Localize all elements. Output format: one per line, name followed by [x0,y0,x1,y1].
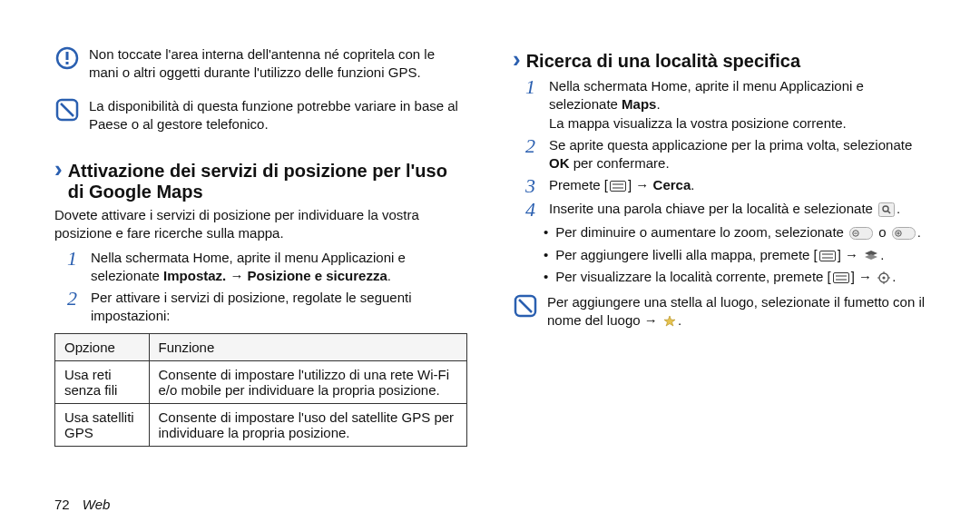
caution-text: Non toccate l'area interna dell'antenna … [89,45,467,83]
svg-rect-2 [66,62,69,64]
star-icon [663,315,676,328]
step-1: 1 Nella schermata Home, aprite il menu A… [67,249,467,286]
step-1-text: Nella schermata Home, aprite il menu App… [549,77,926,133]
search-button-icon [878,202,895,217]
table-header-option: Opzione [55,333,150,360]
step-3-text: Premete [] → Cerca. [549,176,694,194]
bullet-layers: • Per aggiungere livelli alla mappa, pre… [544,246,926,264]
page-footer: 72 Web [54,497,110,512]
svg-rect-8 [879,203,895,217]
left-column: Non toccate l'area interna dell'antenna … [54,45,467,447]
note-text: La disponibilità di questa funzione potr… [89,97,467,134]
caution-note: Non toccate l'area interna dell'antenna … [54,45,467,88]
table-cell: Usa satelliti GPS [55,403,150,446]
step-2-text: Se aprite questa applicazione per la pri… [549,136,926,173]
step-number: 1 [67,249,83,269]
bullet-zoom: • Per diminuire o aumentare lo zoom, sel… [544,223,926,241]
svg-rect-5 [611,182,626,192]
step-2-text: Per attivare i servizi di posizione, reg… [91,289,467,326]
bullet-current-location-text: Per visualizzare la località corrente, p… [555,268,896,286]
zoom-in-icon [892,227,916,240]
step-1: 1 Nella schermata Home, aprite il menu A… [525,77,926,133]
table-cell: Usa reti senza fili [55,360,150,403]
heading-activate-location: › Attivazione dei servizi di posizione p… [54,155,467,202]
svg-line-33 [519,300,532,312]
step-2: 2 Se aprite questa applicazione per la p… [525,136,926,173]
my-location-icon [877,271,890,284]
bullet-icon: • [544,268,548,286]
svg-rect-23 [833,272,848,282]
page-number: 72 [54,497,70,512]
table-cell: Consente di impostare l'uso del satellit… [149,403,466,446]
note-icon [54,97,80,123]
heading-text: Ricerca di una località specifica [526,51,800,72]
step-4-text: Inserite una parola chiave per la locali… [549,200,900,218]
bullet-icon: • [544,246,548,264]
step-number: 2 [67,289,83,309]
section-name: Web [83,497,111,512]
svg-rect-1 [66,52,69,60]
bullet-zoom-text: Per diminuire o aumentare lo zoom, selez… [555,223,921,241]
bullet-icon: • [544,223,548,241]
svg-marker-22 [865,254,877,260]
bullet-layers-text: Per aggiungere livelli alla mappa, preme… [555,246,884,264]
menu-key-icon [819,251,836,261]
svg-rect-18 [819,251,835,261]
step-3: 3 Premete [] → Cerca. [525,176,926,196]
tip-note: Per aggiungere una stella al luogo, sele… [513,293,926,336]
right-column: › Ricerca di una località specifica 1 Ne… [513,45,926,447]
menu-key-icon [610,181,626,192]
step-1-text: Nella schermata Home, aprite il menu App… [91,249,467,286]
table-row: Usa reti senza fili Consente di impostar… [55,360,467,403]
step-4: 4 Inserite una parola chiave per la loca… [525,200,926,220]
step-number: 4 [525,200,542,220]
bullet-current-location: • Per visualizzare la località corrente,… [544,268,926,286]
heading-text: Attivazione dei servizi di posizione per… [68,161,467,202]
availability-note: La disponibilità di questa funzione potr… [54,97,467,140]
step-2: 2 Per attivare i servizi di posizione, r… [67,289,467,326]
caution-icon [54,45,80,71]
heading-search-location: › Ricerca di una località specifica [513,45,926,74]
menu-key-icon [833,272,849,283]
step-number: 2 [525,136,542,156]
step-number: 3 [525,176,542,196]
svg-marker-34 [664,316,675,326]
zoom-out-icon [849,227,873,240]
heading-marker-icon: › [513,45,521,74]
table-cell: Consente di impostare l'utilizzo di una … [149,360,466,403]
heading-marker-icon: › [54,155,63,183]
tip-text: Per aggiungere una stella al luogo, sele… [547,293,926,330]
options-table: Opzione Funzione Usa reti senza fili Con… [54,333,467,447]
svg-point-27 [883,276,886,279]
svg-line-4 [61,103,74,116]
note-icon [513,293,538,319]
table-header-function: Funzione [149,333,466,360]
layers-icon [864,250,878,262]
intro-paragraph: Dovete attivare i servizi di posizione p… [54,206,467,243]
step-number: 1 [525,77,542,97]
table-row: Usa satelliti GPS Consente di impostare … [55,403,467,446]
